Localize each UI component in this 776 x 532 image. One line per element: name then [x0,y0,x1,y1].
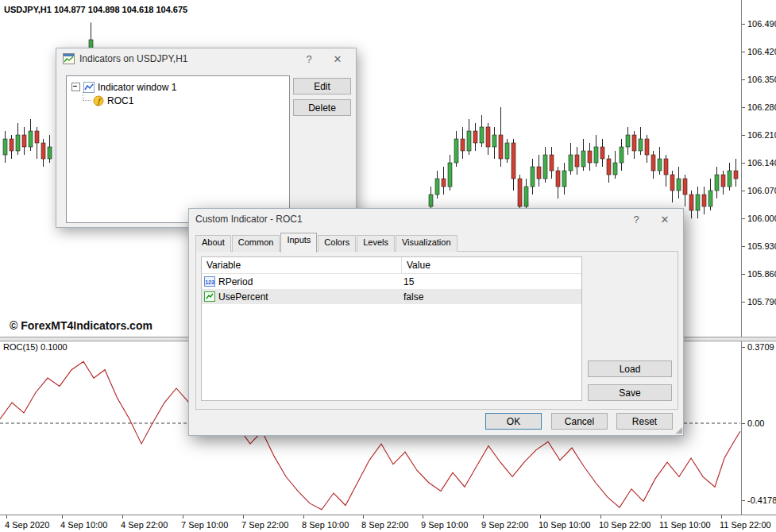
tab-about[interactable]: About [195,235,231,252]
custom-dialog-titlebar[interactable]: Custom Indicator - ROC1 ? ✕ [189,209,683,229]
price-axis-label: 106.070 [747,186,776,195]
time-axis-label: 4 Sep 2020 [5,520,49,530]
price-axis-label: 106.140 [747,158,776,168]
time-axis-label: 9 Sep 22:00 [481,520,528,530]
watermark-text: © ForexMT4Indicators.com [10,319,152,332]
help-button[interactable]: ? [627,212,645,226]
price-axis-label: 105.930 [747,241,776,251]
close-icon[interactable]: ✕ [656,212,674,226]
inputs-table: Variable Value 123RPeriod15UsePercentfal… [201,256,582,401]
tree-item-roc1[interactable]: ƒ ROC1 [79,94,289,107]
edit-button[interactable]: Edit [293,78,351,94]
tree-collapse-icon[interactable] [71,83,80,91]
price-axis-label: 105.860 [747,269,776,279]
axis-tick [540,515,541,519]
tab-colors[interactable]: Colors [318,235,356,252]
axis-tick [721,515,722,519]
axis-tick [742,500,745,501]
axis-tick [742,274,745,275]
tree-item-indicator-window[interactable]: Indicator window 1 [71,80,289,94]
time-axis-label: 11 Sep 10:00 [659,520,711,530]
axis-tick [363,515,364,519]
price-axis-label: 106.420 [747,47,776,56]
indicator-window-icon [83,82,95,93]
tab-levels[interactable]: Levels [357,235,395,252]
axis-tick [742,218,745,219]
time-axis-label: 7 Sep 22:00 [241,520,288,530]
price-axis-label: 106.000 [747,214,776,223]
axis-tick [742,52,745,52]
param-value[interactable]: false [399,291,423,303]
chart-ohlc-label: USDJPY,H1 104.877 104.898 104.618 104.67… [4,5,187,14]
price-axis-label: 105.790 [747,297,776,306]
indicators-dialog-title: Indicators on USDJPY,H1 [79,53,188,64]
time-axis-label: 9 Sep 10:00 [421,520,468,530]
axis-tick [742,107,745,108]
bool-icon [204,291,215,302]
time-axis-label: 8 Sep 22:00 [361,520,408,530]
tab-visualization[interactable]: Visualization [396,235,457,252]
price-axis[interactable]: 106.490106.420106.350106.280106.210106.1… [741,0,776,515]
price-axis-label: 106.350 [747,75,776,84]
param-value[interactable]: 15 [399,276,414,287]
delete-button[interactable]: Delete [293,99,351,116]
axis-tick [742,191,745,191]
param-name: UsePercent [218,291,268,303]
tab-strip: AboutCommonInputsColorsLevelsVisualizati… [195,236,458,252]
close-icon[interactable]: ✕ [329,52,346,66]
tree-connector [83,92,91,101]
time-axis[interactable]: 4 Sep 20204 Sep 10:004 Sep 22:007 Sep 10… [0,515,776,532]
param-name: RPeriod [218,276,253,287]
time-axis-label: 8 Sep 10:00 [302,520,349,530]
cancel-button[interactable]: Cancel [551,413,608,430]
price-axis-label: 106.280 [747,102,776,112]
axis-tick [243,515,244,519]
help-button[interactable]: ? [300,52,318,66]
custom-dialog-title: Custom Indicator - ROC1 [195,214,303,225]
price-axis-label: 0.3709 [747,342,774,352]
axis-tick [483,515,484,519]
time-axis-label: 10 Sep 10:00 [539,520,590,530]
tree-item-label[interactable]: ROC1 [107,95,133,106]
axis-tick [423,515,423,519]
axis-tick [742,423,745,424]
price-axis-label: 106.210 [747,130,776,140]
axis-tick [661,515,662,519]
int-icon: 123 [204,276,215,287]
time-axis-label: 11 Sep 22:00 [720,520,771,530]
column-header-variable[interactable]: Variable [202,257,402,273]
custom-indicator-dialog: Custom Indicator - ROC1 ? ✕ AboutCommonI… [188,208,684,436]
price-axis-label: 106.490 [747,19,776,29]
mt4-terminal: USDJPY,H1 104.877 104.898 104.618 104.67… [0,0,776,532]
param-row-usepercent[interactable]: UsePercentfalse [202,289,581,304]
reset-button[interactable]: Reset [616,413,673,430]
axis-tick [122,515,123,519]
axis-tick [742,163,745,164]
svg-text:123: 123 [205,279,214,285]
axis-tick [600,515,601,519]
tree-item-label[interactable]: Indicator window 1 [98,82,176,93]
load-button[interactable]: Load [588,360,672,377]
indicator-tree-list[interactable]: Indicator window 1 ƒ ROC1 [66,75,290,223]
axis-tick [742,246,745,247]
price-axis-label: 0.00 [747,418,764,428]
axis-tick [62,515,63,519]
tab-common[interactable]: Common [232,235,280,252]
axis-tick [742,347,745,348]
time-axis-label: 7 Sep 10:00 [181,520,228,530]
axis-tick [303,515,304,519]
column-header-value[interactable]: Value [402,260,430,271]
indicators-dialog-titlebar[interactable]: Indicators on USDJPY,H1 ? ✕ [56,48,356,69]
axis-tick [742,302,745,303]
indicators-dialog-icon [63,53,75,64]
axis-tick [742,24,745,25]
param-row-rperiod[interactable]: 123RPeriod15 [202,274,581,289]
time-axis-label: 4 Sep 10:00 [60,520,107,530]
tab-inputs[interactable]: Inputs [280,233,317,253]
time-axis-label: 4 Sep 22:00 [121,520,168,530]
price-axis-label: -0.4178 [747,495,776,505]
save-button[interactable]: Save [588,384,672,401]
resize-grip[interactable]: ◢ [672,425,682,435]
ok-button[interactable]: OK [485,413,542,430]
time-axis-label: 10 Sep 22:00 [599,520,651,530]
